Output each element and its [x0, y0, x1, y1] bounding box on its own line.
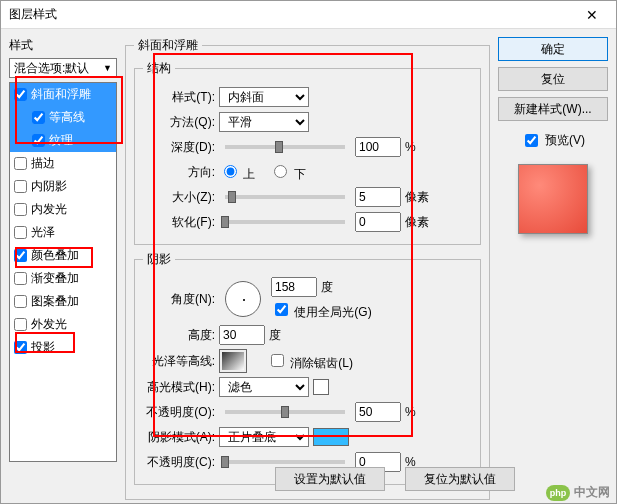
shadow-group: 阴影 角度(N): 度 使用全局光(G) 高度: [134, 251, 481, 485]
style-item-checkbox[interactable] [14, 226, 27, 239]
preview-swatch [518, 164, 588, 234]
hilite-opacity-input[interactable] [355, 402, 401, 422]
blend-options-value: 混合选项:默认 [14, 60, 89, 77]
bevel-emboss-group: 斜面和浮雕 结构 样式(T): 内斜面 方法(Q): 平滑 深度(D): [125, 37, 490, 500]
style-item-0[interactable]: 斜面和浮雕 [10, 83, 116, 106]
ok-button[interactable]: 确定 [498, 37, 608, 61]
soften-unit: 像素 [405, 214, 431, 231]
style-item-10[interactable]: 外发光 [10, 313, 116, 336]
global-light-checkbox[interactable]: 使用全局光(G) [271, 300, 372, 321]
reset-default-button[interactable]: 复位为默认值 [405, 467, 515, 491]
style-item-label: 内发光 [31, 201, 67, 218]
altitude-unit: 度 [269, 327, 281, 344]
size-unit: 像素 [405, 189, 431, 206]
style-item-checkbox[interactable] [14, 295, 27, 308]
style-item-checkbox[interactable] [14, 88, 27, 101]
style-item-checkbox[interactable] [14, 180, 27, 193]
structure-legend: 结构 [143, 60, 175, 77]
angle-input[interactable] [271, 277, 317, 297]
style-item-9[interactable]: 图案叠加 [10, 290, 116, 313]
close-icon[interactable]: ✕ [576, 7, 608, 23]
angle-label: 角度(N): [143, 291, 215, 308]
structure-group: 结构 样式(T): 内斜面 方法(Q): 平滑 深度(D): % [134, 60, 481, 245]
method-select[interactable]: 平滑 [219, 112, 309, 132]
styles-sidebar: 样式 混合选项:默认 ▼ 斜面和浮雕等高线纹理描边内阴影内发光光泽颜色叠加渐变叠… [9, 37, 117, 495]
watermark: php 中文网 [546, 484, 610, 501]
style-item-checkbox[interactable] [14, 203, 27, 216]
set-default-button[interactable]: 设置为默认值 [275, 467, 385, 491]
style-item-5[interactable]: 内发光 [10, 198, 116, 221]
size-slider[interactable] [225, 195, 345, 199]
altitude-input[interactable] [219, 325, 265, 345]
style-item-8[interactable]: 渐变叠加 [10, 267, 116, 290]
style-item-label: 斜面和浮雕 [31, 86, 91, 103]
style-item-checkbox[interactable] [14, 318, 27, 331]
shadow-opacity-label: 不透明度(C): [143, 454, 215, 471]
depth-unit: % [405, 140, 431, 154]
style-item-label: 纹理 [49, 132, 73, 149]
direction-up-radio[interactable]: 上 [219, 162, 255, 183]
style-item-checkbox[interactable] [14, 341, 27, 354]
style-item-label: 描边 [31, 155, 55, 172]
size-label: 大小(Z): [143, 189, 215, 206]
hilite-opacity-slider[interactable] [225, 410, 345, 414]
style-item-label: 渐变叠加 [31, 270, 79, 287]
angle-unit: 度 [321, 279, 333, 296]
watermark-text: 中文网 [574, 484, 610, 501]
size-input[interactable] [355, 187, 401, 207]
style-item-checkbox[interactable] [32, 134, 45, 147]
style-label: 样式(T): [143, 89, 215, 106]
style-item-label: 内阴影 [31, 178, 67, 195]
gloss-contour-label: 光泽等高线: [143, 353, 215, 370]
style-item-checkbox[interactable] [14, 272, 27, 285]
direction-down-radio[interactable]: 下 [269, 162, 305, 183]
style-item-checkbox[interactable] [14, 249, 27, 262]
soften-input[interactable] [355, 212, 401, 232]
main-panel: 斜面和浮雕 结构 样式(T): 内斜面 方法(Q): 平滑 深度(D): [125, 37, 490, 495]
style-item-checkbox[interactable] [32, 111, 45, 124]
blend-options-combo[interactable]: 混合选项:默认 ▼ [9, 58, 117, 78]
style-item-4[interactable]: 内阴影 [10, 175, 116, 198]
hilite-mode-label: 高光模式(H): [143, 379, 215, 396]
style-item-label: 图案叠加 [31, 293, 79, 310]
shadow-mode-select[interactable]: 正片叠底 [219, 427, 309, 447]
depth-slider[interactable] [225, 145, 345, 149]
depth-label: 深度(D): [143, 139, 215, 156]
style-item-2[interactable]: 纹理 [10, 129, 116, 152]
angle-picker[interactable] [225, 281, 261, 317]
chevron-down-icon: ▼ [103, 63, 112, 73]
style-item-checkbox[interactable] [14, 157, 27, 170]
new-style-button[interactable]: 新建样式(W)... [498, 97, 608, 121]
shadow-color-swatch[interactable] [313, 428, 349, 446]
style-item-6[interactable]: 光泽 [10, 221, 116, 244]
pct-1: % [405, 405, 416, 419]
hilite-opacity-label: 不透明度(O): [143, 404, 215, 421]
style-item-label: 光泽 [31, 224, 55, 241]
soften-slider[interactable] [225, 220, 345, 224]
shadow-mode-label: 阴影模式(A): [143, 429, 215, 446]
style-item-label: 颜色叠加 [31, 247, 79, 264]
antialias-checkbox[interactable]: 消除锯齿(L) [267, 351, 353, 372]
titlebar: 图层样式 ✕ [1, 1, 616, 29]
gloss-contour-swatch[interactable] [219, 349, 247, 373]
shadow-opacity-slider[interactable] [225, 460, 345, 464]
method-label: 方法(Q): [143, 114, 215, 131]
sidebar-label: 样式 [9, 37, 117, 54]
style-item-7[interactable]: 颜色叠加 [10, 244, 116, 267]
right-column: 确定 复位 新建样式(W)... 预览(V) [498, 37, 608, 495]
cancel-button[interactable]: 复位 [498, 67, 608, 91]
preview-checkbox[interactable]: 预览(V) [498, 131, 608, 150]
style-item-1[interactable]: 等高线 [10, 106, 116, 129]
altitude-label: 高度: [143, 327, 215, 344]
style-select[interactable]: 内斜面 [219, 87, 309, 107]
depth-input[interactable] [355, 137, 401, 157]
style-item-3[interactable]: 描边 [10, 152, 116, 175]
style-item-label: 等高线 [49, 109, 85, 126]
direction-label: 方向: [143, 164, 215, 181]
bevel-emboss-legend: 斜面和浮雕 [134, 37, 202, 54]
window-title: 图层样式 [9, 6, 576, 23]
hilite-mode-select[interactable]: 滤色 [219, 377, 309, 397]
style-item-11[interactable]: 投影 [10, 336, 116, 359]
hilite-color-swatch[interactable] [313, 379, 329, 395]
watermark-logo: php [546, 485, 570, 501]
